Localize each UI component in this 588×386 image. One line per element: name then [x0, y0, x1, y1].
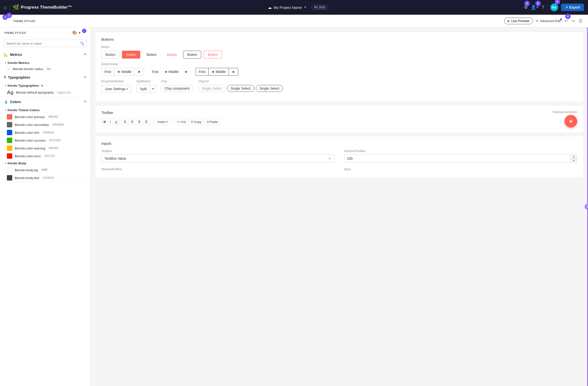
kendo-typographies-subsection[interactable]: ▾ Kendo Typographies	[0, 82, 90, 88]
toolbar-cut-button[interactable]: ✂ Cut	[175, 119, 188, 125]
paint-icon[interactable]: 🎨	[72, 30, 77, 35]
pencil-icon: ✏	[536, 19, 539, 23]
misc-buttons-group: DropDownButton User Settings ▾ SplitButt…	[101, 80, 577, 93]
color-body-text[interactable]: $kendo-body-text #424242	[0, 174, 90, 182]
live-preview-button[interactable]: ▶ Live Preview	[504, 18, 533, 24]
metrics-icon: 📐	[4, 53, 8, 57]
btn-group-outline-middle[interactable]: ★ Middle	[208, 68, 229, 76]
dropdown-col: DropDownButton User Settings ▾	[101, 80, 131, 93]
btn-group-outline-last[interactable]: ★	[229, 68, 238, 76]
button-plain[interactable]: Button	[143, 51, 160, 58]
redo-button[interactable]: ↪	[571, 18, 576, 24]
typographies-add-button[interactable]: +	[84, 75, 86, 80]
chip-button[interactable]: Chip component	[161, 85, 193, 92]
version-badge[interactable]: R2 2023	[312, 5, 328, 10]
export-button[interactable]: ↗ Export	[561, 4, 584, 11]
advanced-edit-dot	[560, 18, 562, 20]
sidebar-section-colors: 💧 Colors + ▾ Kendo Theme Colors $kendo-c…	[0, 97, 90, 182]
search-input[interactable]	[6, 42, 79, 45]
export-icon: ↗	[565, 5, 568, 9]
typography-sample-icon: Ag	[7, 90, 13, 95]
toolbar-align-center-button[interactable]: ☰	[128, 119, 136, 125]
collapse-icon[interactable]: ▾	[79, 30, 81, 35]
typography-icon: T	[4, 75, 6, 79]
advanced-edit-button[interactable]: ✏ Advanced Edit	[536, 19, 561, 23]
sidebar-section-metrics: 📐 Metrics + ▾ Kendo Metrics ↔ $kendo-bor…	[0, 49, 90, 72]
color-secondary[interactable]: $kendo-color-secondary #666666	[0, 121, 90, 129]
buttongroup-preview: ButtonGroup First ★ Middle ★ First ★ Mid…	[101, 63, 577, 76]
button-link[interactable]: Button	[163, 51, 180, 58]
textbox-input[interactable]	[104, 154, 327, 162]
btn-group-default: First ★ Middle ★	[101, 68, 144, 76]
toolbar-underline-button[interactable]: U	[113, 119, 120, 125]
metrics-section-header[interactable]: 📐 Metrics +	[0, 49, 90, 60]
dropdown-label: DropDownButton	[101, 80, 131, 83]
floating-action-button[interactable]: ★	[565, 115, 577, 128]
numeric-spin-down[interactable]: ▼	[571, 159, 577, 163]
btn-group-plain-last[interactable]: ★	[182, 68, 191, 75]
project-selector[interactable]: ☁ My Project Name ▼	[268, 5, 307, 10]
home-icon[interactable]: ⌂	[4, 5, 7, 10]
chip-list-item-2[interactable]: Single Select	[227, 85, 254, 92]
btn-group-default-first[interactable]: First	[101, 68, 114, 76]
toolbar-italic-button[interactable]: I	[108, 119, 113, 125]
button-outline-red[interactable]: Button	[204, 51, 222, 59]
colors-add-button[interactable]: +	[84, 99, 86, 104]
chip-list-item-3[interactable]: Single Select	[256, 85, 283, 92]
kendo-body-subsection[interactable]: ▾ Kendo Body	[0, 160, 90, 166]
chip-list-item-1[interactable]: Single Select	[198, 85, 226, 92]
metrics-add-button[interactable]: +	[84, 52, 86, 57]
color-swatch-secondary	[7, 122, 12, 127]
button-outline[interactable]: Button	[183, 51, 201, 59]
numeric-col: NumericTextBox ▲ ▼	[344, 150, 577, 163]
metrics-section-title: 📐 Metrics	[4, 53, 22, 57]
project-arrow-icon: ▼	[304, 6, 307, 9]
colors-icon: 💧	[4, 100, 8, 104]
colors-section-title: 💧 Colors	[4, 100, 21, 104]
btn-group-default-last[interactable]: ★	[134, 68, 144, 76]
color-swatch-warning	[7, 146, 12, 151]
help-icon[interactable]: ?	[542, 5, 544, 10]
colors-section-header[interactable]: 💧 Colors +	[0, 97, 90, 107]
numeric-input[interactable]	[344, 154, 570, 162]
textbox-clear-button[interactable]: ✕	[327, 155, 332, 161]
toolbar-format-group: B I U	[101, 119, 120, 125]
color-error[interactable]: $kendo-color-error #f31700	[0, 152, 90, 160]
btn-group-default-middle[interactable]: ★ Middle	[114, 68, 134, 76]
split-btn-arrow[interactable]: ▾	[150, 85, 156, 93]
toolbar-copy-button[interactable]: ⎘ Copy	[189, 119, 204, 125]
toolbar-insert-button[interactable]: Insert ▾	[154, 119, 171, 125]
inputs-section: Inputs TextBox ✕ NumericTextBox	[95, 136, 583, 177]
btn-group-outline-first[interactable]: First	[196, 68, 208, 76]
kendo-theme-colors-subsection[interactable]: ▾ Kendo Theme Colors	[0, 107, 90, 113]
color-info[interactable]: $kendo-color-info #0058e9	[0, 129, 90, 136]
button-primary[interactable]: Button	[122, 51, 140, 59]
textbox-label: TextBox	[101, 150, 334, 153]
color-swatch-primary	[7, 114, 12, 120]
user-avatar[interactable]: RK	[550, 3, 558, 11]
kendo-metrics-subsection[interactable]: ▾ Kendo Metrics	[0, 60, 90, 66]
numeric-spin-up[interactable]: ▲	[571, 154, 577, 159]
dropdown-arrow-icon: ▾	[126, 88, 128, 90]
split-btn-main[interactable]: Split	[136, 85, 150, 93]
sidebar-header-actions: 🎨 ▾ •	[72, 30, 86, 35]
toolbar-align-justify-button[interactable]: ☰	[143, 119, 150, 125]
color-success[interactable]: $kendo-color-success #37b400	[0, 136, 90, 144]
btn-group-plain-first[interactable]: First	[149, 68, 161, 75]
color-primary[interactable]: $kendo-color-primary #ff6358	[0, 113, 90, 121]
toolbar-bold-button[interactable]: B	[101, 119, 108, 125]
toolbar-align-left-button[interactable]: ☰	[121, 119, 128, 125]
color-swatch-info	[7, 130, 12, 135]
checklist-button[interactable]: ☰	[578, 18, 583, 24]
badge-5: 5	[555, 0, 560, 4]
dropdown-button[interactable]: User Settings ▾	[101, 85, 131, 93]
btn-group-plain-middle[interactable]: ★ Middle	[162, 68, 182, 75]
button-default[interactable]: Button	[101, 51, 120, 59]
color-body-bg[interactable]: $kendo-body-bg #ffffff	[0, 166, 90, 174]
toolbar-align-right-button[interactable]: ☰	[136, 119, 143, 125]
logo-icon: 🌿	[13, 4, 19, 11]
color-warning[interactable]: $kendo-color-warning #ffc000	[0, 144, 90, 152]
avatar-wrapper: 5 RK	[550, 3, 558, 11]
toolbar-paste-button[interactable]: ⎙ Paste	[205, 119, 220, 125]
typographies-section-header[interactable]: T Typographies +	[0, 72, 90, 82]
